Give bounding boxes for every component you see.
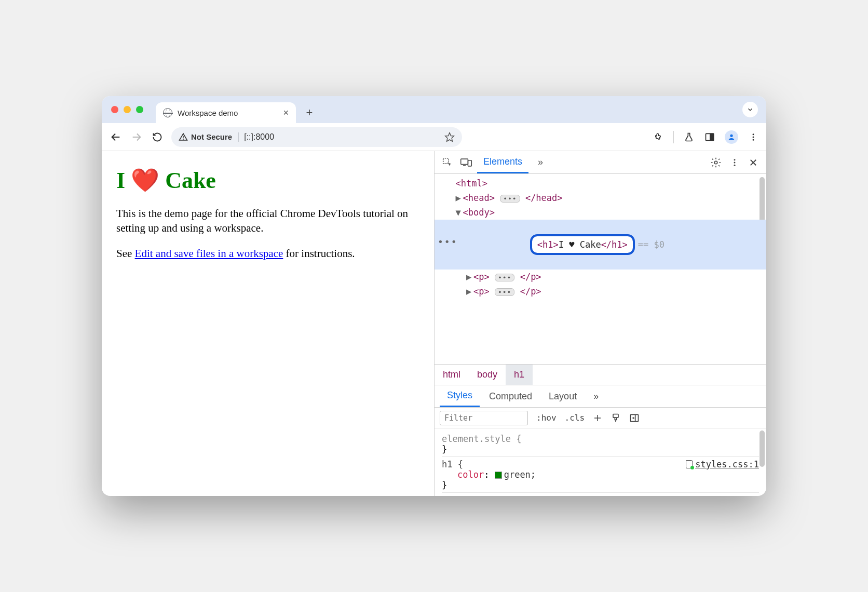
- dom-tree[interactable]: <html> ▶<head> ••• </head> ▼<body> ••• <…: [435, 174, 766, 364]
- arrow-left-icon: [110, 131, 121, 143]
- main-split: I ❤️ Cake This is the demo page for the …: [102, 151, 766, 496]
- browser-window: Workspace demo × + Not Secure [::]:8000: [102, 96, 766, 496]
- dom-breadcrumb: html body h1: [435, 364, 766, 385]
- page-paragraph-2: See Edit and save files in a workspace f…: [116, 246, 419, 261]
- new-rule-button[interactable]: [593, 413, 602, 423]
- tutorial-link[interactable]: Edit and save files in a workspace: [135, 247, 283, 260]
- tab-styles[interactable]: Styles: [440, 385, 480, 407]
- tab-search-button[interactable]: [742, 102, 758, 117]
- settings-button[interactable]: [708, 155, 724, 170]
- svg-point-17: [734, 162, 736, 163]
- reload-icon: [152, 132, 162, 142]
- devices-icon: [460, 157, 472, 168]
- color-swatch[interactable]: [495, 472, 502, 479]
- breadcrumb-html[interactable]: html: [435, 365, 469, 385]
- toggle-sidebar-button[interactable]: [629, 413, 640, 423]
- forward-button[interactable]: [130, 130, 143, 144]
- source-link[interactable]: styles.css:1: [686, 459, 759, 469]
- svg-point-3: [183, 139, 184, 139]
- window-controls: [111, 106, 143, 113]
- svg-rect-12: [461, 159, 468, 164]
- reading-list-button[interactable]: [704, 131, 715, 143]
- close-icon: [749, 158, 758, 167]
- disclosure-triangle-icon[interactable]: ▼: [455, 205, 463, 220]
- device-toolbar-button[interactable]: [458, 155, 474, 170]
- rule-declaration[interactable]: color: green;: [442, 469, 759, 480]
- tab-computed[interactable]: Computed: [482, 385, 539, 407]
- panel-icon: [704, 132, 715, 142]
- inspect-button[interactable]: [440, 155, 455, 170]
- close-window-button[interactable]: [111, 106, 118, 113]
- filter-input[interactable]: [440, 411, 528, 425]
- flask-icon: [684, 132, 694, 142]
- scrollbar[interactable]: [760, 430, 765, 467]
- svg-point-10: [753, 139, 754, 140]
- star-icon: [444, 132, 455, 142]
- disclosure-triangle-icon[interactable]: ▶: [466, 270, 473, 284]
- devtools-tabs: Elements »: [435, 151, 766, 174]
- tab-more-panels[interactable]: »: [532, 151, 549, 173]
- extensions-button[interactable]: [653, 131, 664, 143]
- file-icon: [686, 460, 693, 468]
- styles-pane-tabs: Styles Computed Layout »: [435, 385, 766, 408]
- rule-element-style[interactable]: element.style { }: [442, 432, 759, 457]
- close-tab-button[interactable]: ×: [283, 107, 289, 118]
- ellipsis-badge[interactable]: •••: [500, 195, 520, 203]
- bookmark-button[interactable]: [444, 132, 455, 142]
- experiments-button[interactable]: [683, 131, 695, 143]
- dollar-zero-label: == $0: [638, 239, 664, 250]
- disclosure-triangle-icon[interactable]: ▶: [466, 284, 473, 299]
- disclosure-triangle-icon[interactable]: ▶: [455, 191, 463, 205]
- dom-node-html[interactable]: <html>: [435, 176, 766, 191]
- copy-styles-button[interactable]: [611, 413, 621, 423]
- rule-h1[interactable]: styles.css:1 h1 { color: green; }: [442, 457, 759, 493]
- cls-button[interactable]: .cls: [565, 413, 585, 423]
- svg-marker-4: [445, 132, 454, 141]
- profile-button[interactable]: [725, 130, 738, 144]
- styles-rules[interactable]: element.style { } styles.css:1 h1 { colo…: [435, 428, 766, 496]
- chevron-down-icon: [747, 106, 754, 113]
- reload-button[interactable]: [151, 130, 164, 144]
- not-secure-label: Not Secure: [191, 132, 232, 141]
- chrome-menu-button[interactable]: [748, 131, 759, 143]
- scrollbar[interactable]: [760, 177, 765, 224]
- tab-title: Workspace demo: [178, 109, 238, 117]
- close-devtools-button[interactable]: [745, 155, 761, 170]
- svg-point-7: [730, 134, 733, 137]
- browser-toolbar: Not Secure [::]:8000: [102, 123, 766, 151]
- breadcrumb-h1[interactable]: h1: [506, 365, 533, 385]
- toolbar-right-icons: [653, 130, 759, 144]
- ellipsis-badge[interactable]: •••: [495, 288, 514, 296]
- tab-more-styles[interactable]: »: [586, 385, 606, 407]
- address-bar[interactable]: Not Secure [::]:8000: [171, 127, 462, 147]
- separator: [673, 131, 674, 143]
- back-button[interactable]: [109, 130, 123, 144]
- kebab-icon: [749, 132, 758, 142]
- dom-node-head[interactable]: ▶<head> ••• </head>: [435, 191, 766, 205]
- ellipsis-badge[interactable]: •••: [495, 274, 514, 281]
- kebab-icon: [730, 158, 739, 167]
- dom-node-body[interactable]: ▼<body>: [435, 205, 766, 220]
- p2-after: for instructions.: [283, 247, 355, 260]
- devtools-menu-button[interactable]: [727, 155, 742, 170]
- tab-elements[interactable]: Elements: [477, 151, 528, 173]
- dom-node-p1[interactable]: ▶<p> ••• </p>: [435, 270, 766, 284]
- more-icon[interactable]: •••: [438, 234, 458, 250]
- dom-node-h1-selected[interactable]: ••• <h1>I ♥ Cake</h1>== $0: [435, 220, 766, 270]
- p2-before: See: [116, 247, 135, 260]
- new-tab-button[interactable]: +: [301, 104, 318, 121]
- browser-tab[interactable]: Workspace demo ×: [156, 102, 296, 123]
- dom-node-p2[interactable]: ▶<p> ••• </p>: [435, 284, 766, 299]
- svg-rect-6: [710, 133, 714, 140]
- svg-rect-14: [468, 160, 471, 166]
- person-icon: [727, 133, 736, 141]
- security-badge[interactable]: Not Secure: [179, 132, 239, 142]
- minimize-window-button[interactable]: [124, 106, 131, 113]
- tab-layout[interactable]: Layout: [541, 385, 584, 407]
- source-label: styles.css:1: [695, 459, 759, 469]
- heading-prefix: I: [116, 168, 131, 193]
- breadcrumb-body[interactable]: body: [469, 365, 506, 385]
- svg-point-18: [734, 164, 736, 166]
- hov-button[interactable]: :hov: [536, 413, 557, 423]
- maximize-window-button[interactable]: [136, 106, 143, 113]
